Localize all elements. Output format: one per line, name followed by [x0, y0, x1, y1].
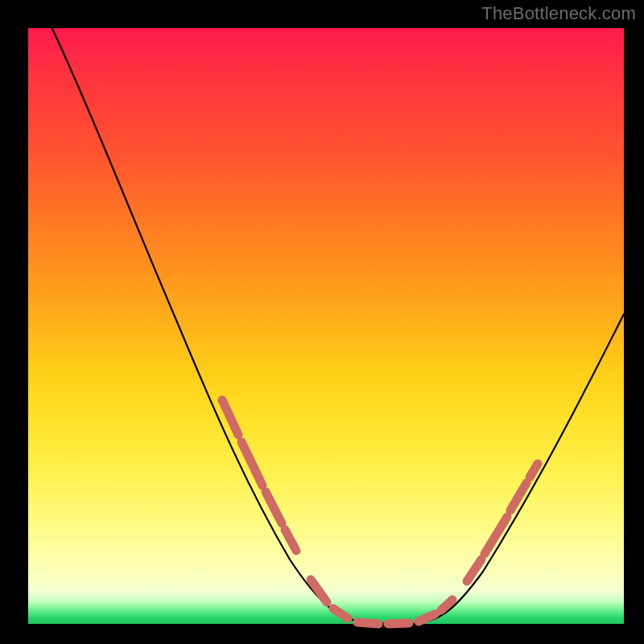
left-red-band: [222, 400, 296, 551]
watermark-text: TheBottleneck.com: [481, 3, 636, 24]
right-red-band: [467, 464, 538, 581]
chart-frame: TheBottleneck.com: [0, 0, 644, 644]
curve-layer: [0, 0, 644, 644]
bottleneck-curve: [52, 28, 624, 624]
trough-red-band: [311, 580, 452, 624]
